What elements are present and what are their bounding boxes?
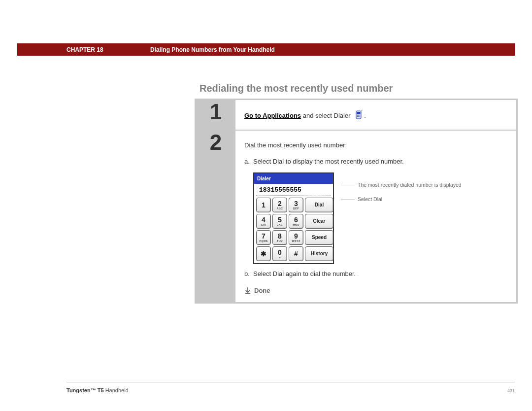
step-2b-text: Select Dial again to dial the number. (253, 270, 356, 277)
dialer-app-icon (353, 110, 363, 123)
history-button: History (305, 246, 333, 261)
callout-leader-line (341, 185, 355, 185)
key-star: ✱ (256, 246, 271, 261)
step-2a-text: Select Dial to display the most recently… (253, 158, 404, 165)
dialer-figure: Dialer 18315555555 1 2ABC 3DEF Dial 4GHI… (244, 172, 507, 265)
footer-rule (66, 382, 515, 382)
callout-1-text: The most recently dialed number is displ… (358, 181, 462, 189)
svg-point-7 (360, 116, 361, 117)
svg-line-8 (361, 110, 363, 111)
dialer-screenshot: Dialer 18315555555 1 2ABC 3DEF Dial 4GHI… (253, 172, 334, 265)
callout-dial-button: Select Dial (341, 196, 462, 204)
svg-point-5 (357, 116, 358, 117)
go-to-applications-link[interactable]: Go to Applications (244, 112, 301, 119)
callout-leader-line (341, 200, 355, 200)
clear-button: Clear (305, 214, 333, 229)
product-name: Tungsten™ T5 Handheld (66, 387, 129, 393)
step-2-number: 2 (196, 130, 235, 303)
section-heading: Redialing the most recently used number (200, 83, 393, 94)
step-2b-label: b. (244, 270, 250, 277)
svg-point-4 (360, 115, 361, 116)
dial-button: Dial (305, 198, 333, 212)
chapter-header-bar: CHAPTER 18 Dialing Phone Numbers from Yo… (17, 43, 515, 56)
callout-number-display: The most recently dialed number is displ… (341, 181, 462, 189)
step-2-row: 2 Dial the most recently used number: a.… (196, 130, 516, 303)
step-2a: a. Select Dial to display the most recen… (244, 157, 507, 167)
step-1-tail: . (364, 112, 366, 119)
chapter-title: Dialing Phone Numbers from Your Handheld (150, 46, 275, 53)
key-hash: # (289, 246, 303, 261)
key-7: 7PQRS (256, 230, 271, 245)
dialer-keypad: 1 2ABC 3DEF Dial 4GHI 5JKL 6MNO Clear 7P… (254, 196, 333, 263)
step-1-text: and select Dialer (301, 112, 352, 119)
svg-rect-1 (357, 112, 361, 114)
dialer-number-display: 18315555555 (256, 184, 331, 196)
step-2-body: Dial the most recently used number: a. S… (235, 130, 516, 303)
step-2a-label: a. (244, 158, 250, 165)
page-number: 431 (507, 388, 515, 393)
done-indicator: Done (244, 286, 507, 296)
step-1-number: 1 (196, 100, 235, 130)
svg-point-3 (358, 115, 359, 116)
dialer-callouts: The most recently dialed number is displ… (341, 172, 462, 204)
done-text: Done (254, 286, 270, 296)
dialer-titlebar: Dialer (254, 173, 333, 184)
key-9: 9WXYZ (289, 230, 303, 245)
key-1: 1 (256, 198, 271, 212)
product-name-bold: Tungsten™ T5 (66, 387, 104, 393)
speed-button: Speed (305, 230, 333, 245)
key-6: 6MNO (289, 214, 303, 229)
key-2: 2ABC (272, 198, 287, 212)
svg-point-2 (357, 115, 358, 116)
key-8: 8TUV (272, 230, 287, 245)
page-footer: Tungsten™ T5 Handheld 431 (66, 387, 515, 393)
key-3: 3DEF (289, 198, 303, 212)
product-name-rest: Handheld (104, 387, 129, 393)
svg-point-6 (358, 116, 359, 117)
callout-2-text: Select Dial (358, 196, 382, 204)
key-0: 0+ (272, 246, 287, 261)
key-4: 4GHI (256, 214, 271, 229)
step-2b: b. Select Dial again to dial the number. (244, 269, 507, 279)
key-5: 5JKL (272, 214, 287, 229)
step-1-body: Go to Applications and select Dialer . (235, 100, 516, 130)
step-1-row: 1 Go to Applications and select Dialer . (196, 100, 516, 130)
steps-container: 1 Go to Applications and select Dialer .… (195, 99, 518, 304)
done-arrow-icon (244, 287, 251, 294)
step-2-intro: Dial the most recently used number: (244, 140, 507, 150)
chapter-label: CHAPTER 18 (17, 46, 150, 53)
